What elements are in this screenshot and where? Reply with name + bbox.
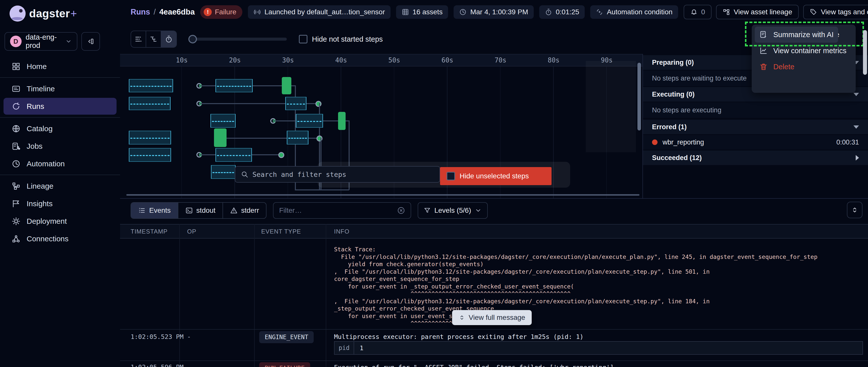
events-toolbar: Events stdout stderr Levels (5/6) (131, 202, 488, 219)
expand-log-panel-button[interactable] (847, 202, 863, 218)
gantt-step-not-started[interactable] (296, 114, 323, 128)
col-op: OP (187, 228, 196, 235)
hide-not-started-control: Hide not started steps (299, 35, 383, 43)
axis-tick: 70s (474, 57, 527, 64)
sidebar-item-label: Timeline (27, 85, 55, 93)
failure-icon: ! (204, 8, 212, 16)
page-scrollbar-thumb[interactable] (863, 30, 867, 75)
view-asset-lineage-button[interactable]: View asset lineage (716, 5, 799, 19)
sidebar-item-connections[interactable]: Connections (3, 230, 117, 247)
gantt-step-succeeded[interactable] (338, 112, 346, 130)
gantt-view-mode-group (131, 31, 177, 48)
sidebar-item-automation[interactable]: Automation (3, 155, 117, 172)
view-tags-config-button[interactable]: View tags and config (803, 5, 868, 19)
errored-step-row[interactable]: wbr_reporting 0:00:31 (643, 135, 868, 149)
flat-list-icon (134, 35, 143, 43)
sidebar-item-runs[interactable]: Runs (3, 98, 117, 114)
hide-not-started-checkbox[interactable] (299, 35, 307, 43)
col-info: INFO (334, 228, 349, 235)
summary-executing-empty: No steps are executing (643, 102, 868, 118)
col-event-type: EVENT TYPE (261, 228, 301, 235)
slider-knob[interactable] (188, 35, 197, 43)
sidebar-item-timeline[interactable]: Timeline (3, 80, 117, 97)
run-pill[interactable]: 0:01:25 (539, 5, 585, 19)
tab-stdout[interactable]: stdout (178, 203, 223, 218)
catalog-icon (11, 124, 21, 133)
run-pill[interactable]: Automation condition (590, 5, 678, 19)
breadcrumb-runs-link[interactable]: Runs (131, 7, 150, 16)
panel-divider (120, 198, 868, 199)
event-type-badge: RUN_FAILURE (259, 362, 310, 367)
sidebar-item-home[interactable]: Home (3, 58, 117, 75)
sidebar-item-lineage[interactable]: Lineage (3, 177, 117, 194)
gantt-right-gutter (586, 61, 636, 152)
hide-unselected-control: Hide unselected steps (440, 167, 552, 185)
run-header: Runs / 4eae6dba ! Failure Launched by de… (120, 0, 868, 24)
log-filter-field[interactable] (273, 202, 411, 219)
gantt-mode-duration-button[interactable] (161, 31, 176, 47)
gantt-step-not-started[interactable] (211, 114, 236, 128)
sidebar-item-catalog[interactable]: Catalog (3, 120, 117, 137)
gantt-mode-waterfall-button[interactable] (146, 31, 161, 47)
dagster-octopus-icon (9, 5, 26, 22)
summary-section-errored[interactable]: Errored (1) (643, 120, 868, 134)
menu-item-delete[interactable]: Delete (755, 59, 853, 75)
gantt-step-succeeded[interactable] (282, 77, 291, 94)
column-divider (326, 224, 326, 367)
gantt-step-succeeded[interactable] (214, 128, 226, 147)
gantt-step-not-started[interactable] (129, 148, 171, 162)
sidebar-item-label: Catalog (27, 125, 53, 133)
step-duration: 0:00:31 (836, 138, 859, 146)
gantt-step-not-started[interactable] (129, 131, 171, 144)
summary-section-succeeded[interactable]: Succeeded (12) (643, 151, 868, 165)
gantt-step-not-started[interactable] (129, 97, 170, 110)
warning-icon (230, 207, 238, 214)
gantt-zoom-slider[interactable] (189, 38, 287, 41)
sidebar-item-label: Deployment (27, 217, 67, 226)
step-name[interactable]: wbr_reporting (662, 138, 704, 146)
view-full-message-button[interactable]: View full message (452, 310, 532, 325)
collapse-sidebar-button[interactable] (82, 32, 100, 51)
tab-stderr[interactable]: stderr (223, 203, 266, 218)
log-timestamp: 1:02:05.596 PM (131, 364, 184, 367)
run-pill[interactable]: 16 assets (396, 5, 448, 19)
org-name: data-eng-prod (26, 33, 61, 50)
sidebar-item-insights[interactable]: Insights (3, 195, 117, 212)
gantt-mode-flat-button[interactable] (131, 31, 146, 47)
sidebar-item-jobs[interactable]: Jobs (3, 138, 117, 155)
event-metadata-table: pid 1 (334, 341, 863, 355)
notifications-button[interactable]: 0 (684, 5, 712, 19)
dagster-run-page: dagster+ D data-eng-prod HomeTimelineRun… (0, 0, 868, 367)
gantt-horizontal-scrollbar[interactable] (126, 194, 640, 196)
column-divider (179, 224, 180, 367)
org-switcher[interactable]: D data-eng-prod (4, 32, 78, 51)
axis-tick: 50s (368, 57, 421, 64)
clear-filter-icon[interactable] (397, 206, 405, 214)
run-pill[interactable]: Launched by default_aut…tion_sensor (248, 5, 390, 19)
automation-icon (11, 159, 21, 168)
error-status-dot (652, 139, 657, 145)
log-filter-input[interactable] (279, 206, 393, 214)
gantt-step-not-started[interactable] (211, 165, 236, 179)
tab-events[interactable]: Events (131, 203, 178, 218)
step-search-input[interactable] (252, 171, 434, 178)
log-timestamp: 1:02:05.523 PM (131, 333, 184, 340)
metrics-chart-icon (759, 46, 768, 55)
gantt-step-not-started[interactable] (287, 131, 308, 144)
sidebar-item-deployment[interactable]: Deployment (3, 213, 117, 230)
gantt-step-search[interactable] (235, 166, 440, 182)
gantt-step-not-started[interactable] (129, 79, 173, 92)
sidebar: dagster+ D data-eng-prod HomeTimelineRun… (0, 0, 120, 367)
gantt-step-not-started[interactable] (216, 148, 252, 162)
gantt-step-not-started[interactable] (216, 79, 253, 92)
hide-unselected-checkbox[interactable] (446, 172, 455, 180)
gantt-step-not-started[interactable] (285, 97, 306, 110)
axis-tick: 80s (527, 57, 581, 64)
log-info: Multiprocess executor: parent process ex… (334, 333, 583, 340)
gantt-vertical-scrollbar[interactable] (638, 63, 641, 130)
levels-dropdown[interactable]: Levels (5/6) (418, 202, 488, 219)
dagster-logo[interactable]: dagster+ (9, 5, 77, 22)
jobs-icon (11, 142, 21, 151)
run-pill[interactable]: Mar 4, 1:00:39 PM (454, 5, 533, 19)
run-tag-pills: Launched by default_aut…tion_sensor16 as… (248, 5, 678, 19)
